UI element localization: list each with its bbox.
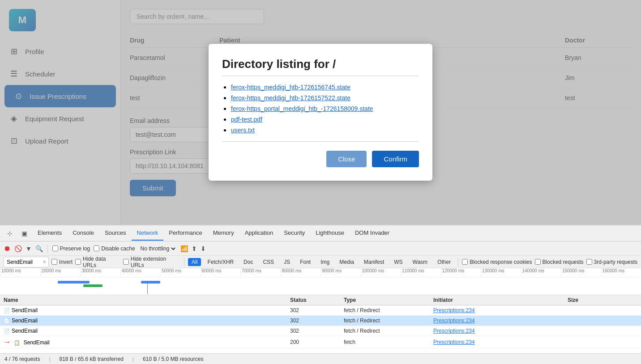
table-row[interactable]: 📄SendEmail 302 fetch / Redirect Prescrip…: [0, 326, 641, 336]
modal-buttons: Close Confirm: [222, 151, 419, 167]
scale-mark: 20000 ms: [40, 268, 81, 277]
tab-application[interactable]: Application: [239, 226, 279, 241]
scale-mark: 10000 ms: [0, 268, 40, 277]
network-table-header: Name Status Type Initiator Size: [0, 295, 641, 305]
list-item: pdf-test.pdf: [231, 115, 419, 123]
search-icon[interactable]: 🔍: [35, 245, 43, 252]
separator: [47, 245, 48, 253]
tab-network[interactable]: Network: [132, 226, 164, 241]
devtools-toolbar: ⏺ 🚫 ▼ 🔍 Preserve log Disable cache No th…: [0, 241, 641, 256]
scale-mark: 100000 ms: [361, 268, 401, 277]
filter-font-button[interactable]: Font: [296, 258, 314, 266]
initiator-cell[interactable]: Prescriptions:234: [433, 339, 568, 345]
scale-mark: 70000 ms: [240, 268, 281, 277]
filter-bar: ✕ Invert Hide data URLs Hide extension U…: [0, 256, 641, 268]
file-icon: 📄: [4, 328, 10, 334]
hide-data-urls-checkbox[interactable]: Hide data URLs: [75, 256, 120, 268]
filter-js-button[interactable]: JS: [280, 258, 294, 266]
tab-memory[interactable]: Memory: [208, 226, 239, 241]
list-item: users.txt: [231, 126, 419, 134]
upload-icon2[interactable]: ⬆: [192, 245, 197, 252]
close-button[interactable]: Close: [326, 151, 367, 167]
filter-clear-icon[interactable]: ✕: [43, 259, 46, 264]
devtools-tab-bar: ⊹ ▣ Elements Console Sources Network Per…: [0, 225, 641, 241]
invert-checkbox[interactable]: Invert: [51, 259, 73, 265]
filter-all-button[interactable]: All: [188, 258, 201, 266]
initiator-cell[interactable]: Prescriptions:234: [433, 317, 568, 324]
type-cell: fetch / Redirect: [344, 328, 433, 334]
col-name: Name: [4, 297, 290, 303]
resources-size: 610 B / 5.0 MB resources: [143, 356, 203, 362]
filter-icon[interactable]: ▼: [26, 245, 32, 252]
filter-input-wrap[interactable]: ✕: [4, 257, 49, 267]
directory-link-1[interactable]: ferox-https_meddigi_htb-1726156745.state: [231, 84, 350, 91]
table-row[interactable]: 📄SendEmail 302 fetch / Redirect Prescrip…: [0, 305, 641, 316]
filter-manifest-button[interactable]: Manifest: [360, 258, 388, 266]
filter-css-button[interactable]: CSS: [259, 258, 278, 266]
filter-doc-button[interactable]: Doc: [240, 258, 256, 266]
scale-mark: 140000 ms: [521, 268, 561, 277]
devtools-cursor-icon[interactable]: ⊹: [4, 227, 16, 240]
filter-ws-button[interactable]: WS: [390, 258, 406, 266]
directory-link-5[interactable]: users.txt: [231, 127, 255, 134]
scale-mark: 130000 ms: [481, 268, 521, 277]
disable-cache-checkbox[interactable]: Disable cache: [94, 245, 135, 252]
preserve-log-checkbox[interactable]: Preserve log: [52, 245, 90, 252]
throttle-select[interactable]: No throttling: [139, 245, 177, 252]
col-size: Size: [568, 297, 635, 303]
initiator-cell[interactable]: Prescriptions:234: [433, 307, 568, 313]
col-initiator: Initiator: [433, 297, 568, 303]
timeline-bars: [0, 277, 641, 295]
filter-input[interactable]: [7, 259, 43, 265]
scale-mark: 60000 ms: [201, 268, 241, 277]
file-icon: 📄: [4, 318, 10, 323]
directory-link-2[interactable]: ferox-https_meddigi_htb-1726157522.state: [231, 94, 350, 102]
network-timeline: 10000 ms 20000 ms 30000 ms 40000 ms 5000…: [0, 268, 641, 295]
scale-mark: 150000 ms: [561, 268, 601, 277]
filter-img-button[interactable]: Img: [317, 258, 333, 266]
scale-mark: 110000 ms: [401, 268, 441, 277]
tab-dom-invader[interactable]: DOM Invader: [350, 226, 395, 241]
clear-icon[interactable]: 🚫: [14, 245, 22, 252]
status-cell: 302: [290, 317, 344, 324]
confirm-button[interactable]: Confirm: [372, 151, 419, 167]
wifi-icon[interactable]: 📶: [180, 245, 188, 252]
filter-other-button[interactable]: Other: [434, 258, 454, 266]
tab-console[interactable]: Console: [67, 226, 99, 241]
filter-wasm-button[interactable]: Wasm: [409, 258, 432, 266]
col-status: Status: [290, 297, 344, 303]
transferred-size: 818 B / 65.6 kB transferred: [60, 356, 124, 362]
table-row[interactable]: 📄SendEmail 302 fetch / Redirect Prescrip…: [0, 316, 641, 326]
timeline-scale: 10000 ms 20000 ms 30000 ms 40000 ms 5000…: [0, 268, 641, 277]
record-stop-icon[interactable]: ⏺: [4, 245, 11, 253]
modal-links-list: ferox-https_meddigi_htb-1726156745.state…: [222, 83, 419, 134]
status-cell: 302: [290, 328, 344, 334]
list-item: ferox-https_meddigi_htb-1726157522.state: [231, 94, 419, 102]
modal-title: Directory listing for /: [222, 57, 419, 71]
list-item: ferox-https_meddigi_htb-1726156745.state: [231, 83, 419, 91]
separator2: [184, 258, 184, 266]
hide-extension-urls-checkbox[interactable]: Hide extension URLs: [123, 256, 180, 268]
initiator-cell[interactable]: Prescriptions:234: [433, 328, 568, 334]
download-icon[interactable]: ⬇: [201, 245, 206, 252]
blocked-cookies-checkbox[interactable]: Blocked response cookies: [462, 259, 532, 265]
filter-media-button[interactable]: Media: [336, 258, 358, 266]
tab-security[interactable]: Security: [278, 226, 310, 241]
tab-performance[interactable]: Performance: [163, 226, 207, 241]
tab-sources[interactable]: Sources: [99, 226, 132, 241]
modal-bottom-divider: [222, 141, 419, 142]
devtools-elements-icon[interactable]: ▣: [18, 227, 30, 240]
third-party-requests-checkbox[interactable]: 3rd-party requests: [586, 259, 637, 265]
modal-overlay: Directory listing for / ferox-https_medd…: [0, 0, 641, 224]
devtools-panel: ⊹ ▣ Elements Console Sources Network Per…: [0, 224, 641, 364]
directory-link-3[interactable]: ferox-https_portal_meddigi_htb_-17261580…: [231, 105, 373, 112]
type-cell: fetch / Redirect: [344, 307, 433, 313]
tab-elements[interactable]: Elements: [32, 226, 67, 241]
scale-mark: 160000 ms: [601, 268, 641, 277]
filter-fetch-xhr-button[interactable]: Fetch/XHR: [204, 258, 237, 266]
status-cell: 200: [290, 339, 344, 345]
tab-lighthouse[interactable]: Lighthouse: [310, 226, 350, 241]
directory-link-4[interactable]: pdf-test.pdf: [231, 116, 262, 123]
table-row[interactable]: → 📋 SendEmail 200 fetch Prescriptions:23…: [0, 336, 641, 348]
blocked-requests-checkbox[interactable]: Blocked requests: [535, 259, 584, 265]
